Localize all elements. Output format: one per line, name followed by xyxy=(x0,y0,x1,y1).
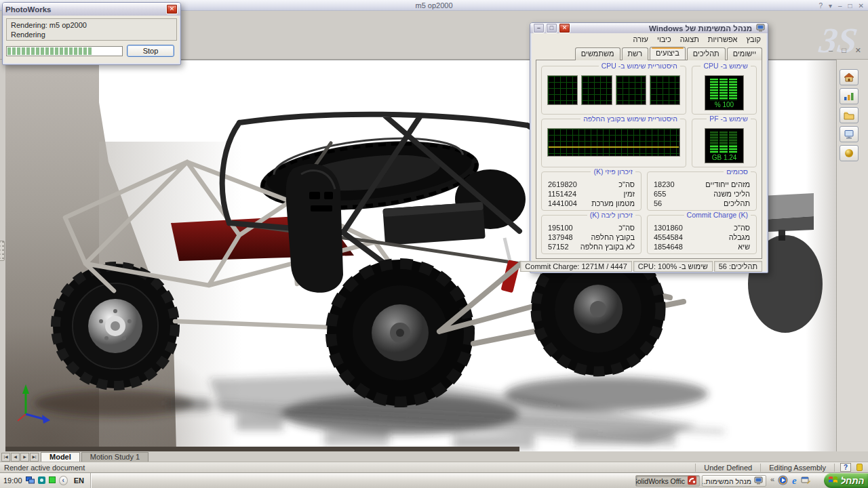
appearance-sphere-icon[interactable] xyxy=(840,145,859,161)
language-indicator[interactable]: EN xyxy=(71,476,87,485)
front-left-wheel xyxy=(53,264,178,388)
quick-launch: e xyxy=(776,473,823,488)
start-button[interactable]: התחל xyxy=(824,473,868,488)
kernel-memory-group: זיכרון ליבה (K) סה"כ195100 בקובץ החלפה13… xyxy=(541,215,642,254)
cpu-usage-group: שימוש ב- CPU 100 % xyxy=(692,66,757,115)
cpu-history-graphs xyxy=(547,75,680,105)
task-manager-titlebar[interactable]: מנהל המשימות של Windows ✕ □ – xyxy=(530,23,768,33)
render-status-line1: Rendering: m5 op2000 xyxy=(11,20,172,30)
menu-shutdown[interactable]: כיבוי xyxy=(657,35,671,43)
task-manager-window: מנהל המשימות של Windows ✕ □ – קובץ אפשרו… xyxy=(530,22,768,273)
close-button[interactable]: ✕ xyxy=(859,2,864,9)
pf-history-group: היסטוריית שימוש בקובץ החלפה xyxy=(541,119,686,167)
tm-status-processes: תהליכים: 56 xyxy=(714,261,762,272)
media-player-icon[interactable] xyxy=(778,475,788,487)
commit-charge-group: Commit Charge (K) סה"כ1301860 מגבלה45545… xyxy=(647,215,757,254)
minimize-button[interactable]: – xyxy=(838,2,842,9)
task-manager-statusbar: תהליכים: 56 שימוש ב- CPU: 100% Commit Ch… xyxy=(530,259,768,275)
quicklaunch-overflow[interactable]: « xyxy=(770,475,774,483)
status-message: Render active document xyxy=(0,464,85,472)
featuremanager-splitter[interactable] xyxy=(0,241,5,261)
performance-page: שימוש ב- CPU 100 % היסטוריית שימוש ב- CP… xyxy=(536,60,762,259)
tab-scroll-prev-button[interactable]: ◀ xyxy=(11,453,20,462)
design-library-icon[interactable] xyxy=(840,88,859,104)
file-explorer-icon[interactable] xyxy=(840,126,859,142)
internet-explorer-icon[interactable]: e xyxy=(792,476,797,486)
tm-close-button[interactable]: ✕ xyxy=(559,23,570,33)
tm-maximize-button[interactable]: □ xyxy=(546,23,557,33)
render-progress-fill xyxy=(7,47,92,55)
status-under-defined: Under Defined xyxy=(696,464,760,472)
photoworks-title: PhotoWorks xyxy=(5,5,52,14)
tab-scroll-last-button[interactable]: ▶| xyxy=(30,453,39,462)
tray-app-icon[interactable] xyxy=(38,476,45,485)
menu-help[interactable]: עזרה xyxy=(633,35,648,43)
tab-users[interactable]: משתמשים xyxy=(575,47,620,60)
status-help-button[interactable]: ? xyxy=(840,463,851,472)
menu-view[interactable]: תצוגה xyxy=(680,35,699,43)
tm-status-cpu: שימוש ב- CPU: 100% xyxy=(633,261,713,272)
model-tabs-row: |◀ ◀ ▶ ▶| Model Motion Study 1 xyxy=(0,451,868,462)
pf-history-graph xyxy=(547,128,680,157)
cpu-usage-value: 100 % xyxy=(705,100,743,110)
render-status-panel: Rendering: m5 op2000 Rendering xyxy=(6,18,177,41)
cpu-history-group: היסטוריית שימוש ב- CPU xyxy=(541,66,686,115)
render-progress-bar xyxy=(6,46,123,56)
rear-left-wheel xyxy=(327,260,473,406)
menu-file[interactable]: קובץ xyxy=(747,35,761,43)
tab-scroll-next-button[interactable]: ▶ xyxy=(20,453,29,462)
pf-usage-meter: 1.24 GB xyxy=(705,128,744,163)
restore-button[interactable]: □ xyxy=(848,2,852,9)
network-icon[interactable] xyxy=(26,476,35,485)
home-icon[interactable] xyxy=(840,69,859,85)
help-button[interactable]: ? xyxy=(818,2,823,9)
tab-model[interactable]: Model xyxy=(41,452,80,462)
taskmanager-icon xyxy=(754,476,763,486)
tab-performance[interactable]: ביצועים xyxy=(650,47,686,60)
start-label: התחל xyxy=(841,476,865,486)
windows-logo-icon xyxy=(828,475,838,486)
tab-scroll-first-button[interactable]: |◀ xyxy=(1,453,10,462)
render-status-line2: Rendering xyxy=(11,30,172,39)
folder-icon[interactable] xyxy=(840,107,859,123)
seat xyxy=(286,164,343,293)
cpu-usage-meter: 100 % xyxy=(705,75,744,110)
photoworks-close-button[interactable]: ✕ xyxy=(166,4,178,14)
computer-icon xyxy=(756,24,765,33)
photoworks-titlebar[interactable]: PhotoWorks ✕ xyxy=(3,3,180,16)
app-statusbar: Render active document Under Defined Edi… xyxy=(0,462,868,472)
status-editing-assembly: Editing Assembly xyxy=(761,464,834,472)
totals-group: סכומים מזהים ייחודיים18230 הליכי משנה655… xyxy=(647,171,757,211)
doc-minimize-button[interactable]: – xyxy=(829,46,833,55)
task-manager-title: מנהל המשימות של Windows xyxy=(649,24,752,33)
tab-applications[interactable]: יישומים xyxy=(727,47,762,60)
tm-status-commit: Commit Charge: 1271M / 4447 xyxy=(520,261,631,272)
menu-options[interactable]: אפשרויות xyxy=(708,35,738,43)
tab-networking[interactable]: רשת xyxy=(622,47,649,60)
tm-minimize-button[interactable]: – xyxy=(533,23,545,33)
clock[interactable]: 19:00 xyxy=(3,476,22,485)
task-buttons: מנהל המשימות... SolidWorks Offic... xyxy=(635,473,766,488)
desktop: { "main_window": { "title": "m5 op2000",… xyxy=(0,0,868,488)
equipment-box xyxy=(382,202,485,245)
doc-restore-button[interactable]: □ xyxy=(842,46,846,55)
stop-button[interactable]: Stop xyxy=(127,45,174,57)
task-manager-menubar: קובץ אפשרויות תצוגה כיבוי עזרה xyxy=(530,33,768,45)
show-desktop-icon[interactable] xyxy=(801,476,810,485)
tray-status-icon[interactable] xyxy=(49,476,56,485)
taskbutton-task-manager[interactable]: מנהל המשימות... xyxy=(702,475,766,487)
physical-memory-group: זיכרון פיזי (K) סה"כ2619820 זמין1151424 … xyxy=(541,171,642,211)
pf-usage-group: שימוש ב- PF 1.24 GB xyxy=(692,119,757,167)
task-manager-tabs: יישומים תהליכים ביצועים רשת משתמשים xyxy=(530,47,768,60)
tray-chevron-button[interactable]: ‹ xyxy=(59,476,68,485)
system-tray: 19:00 ‹ EN xyxy=(0,473,91,488)
doc-close-button[interactable]: ✕ xyxy=(855,46,861,55)
chevron-down-icon[interactable]: ▾ xyxy=(829,2,832,9)
tab-processes[interactable]: תהליכים xyxy=(687,47,726,60)
taskbutton-solidworks[interactable]: SolidWorks Offic... xyxy=(635,475,700,487)
pushpin-icon xyxy=(856,464,863,471)
tab-motion-study[interactable]: Motion Study 1 xyxy=(81,452,149,462)
pf-usage-value: 1.24 GB xyxy=(705,153,743,163)
solidworks-icon xyxy=(688,476,696,486)
taskbar: 19:00 ‹ EN מנהל המשימות... SolidWorks Of… xyxy=(0,472,868,488)
